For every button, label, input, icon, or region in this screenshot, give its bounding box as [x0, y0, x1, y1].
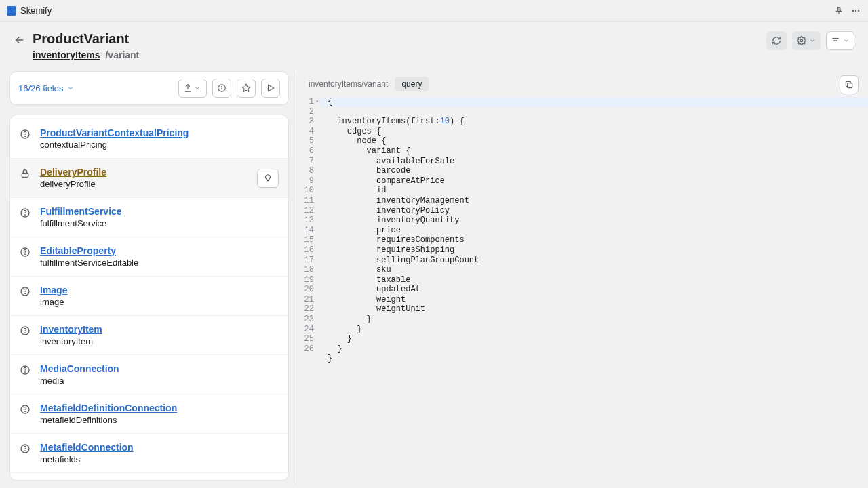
field-type-link[interactable]: MetafieldDefinitionConnection — [40, 403, 177, 413]
settings-button[interactable] — [792, 31, 821, 50]
field-row[interactable]: DeliveryProfiledeliveryProfile — [10, 158, 288, 197]
editor-path-label: inventoryItems/variant — [309, 79, 388, 89]
more-icon[interactable] — [850, 6, 861, 16]
field-type-link[interactable]: InventoryItem — [40, 324, 102, 335]
field-type-link[interactable]: MetafieldConnection — [40, 442, 134, 453]
field-row[interactable]: MetafieldConnectionmetafields — [10, 433, 288, 472]
svg-rect-14 — [22, 173, 28, 177]
field-row[interactable]: MediaConnectionmedia — [10, 354, 288, 394]
page-title: ProductVariant — [33, 31, 139, 47]
svg-point-16 — [25, 215, 26, 216]
field-name-label: fulfillmentServiceEditable — [40, 258, 138, 268]
breadcrumb: inventoryItems /variant — [33, 49, 139, 60]
svg-point-1 — [855, 9, 856, 11]
refresh-button[interactable] — [766, 31, 787, 50]
help-icon — [20, 247, 32, 258]
field-list: ProductVariantContextualPricingcontextua… — [9, 115, 289, 481]
field-name-label: metafieldDefinitions — [40, 415, 177, 425]
fields-count-toggle[interactable]: 16/26 fields — [18, 83, 75, 94]
svg-point-18 — [25, 254, 26, 255]
filter-button[interactable] — [826, 31, 854, 50]
svg-point-22 — [25, 333, 26, 333]
svg-point-24 — [25, 372, 26, 373]
breadcrumb-tail: /variant — [105, 49, 139, 60]
field-type-link[interactable]: FulfillmentService — [40, 206, 122, 217]
lock-icon — [20, 168, 32, 179]
field-row[interactable]: FulfillmentServicefulfillmentService — [10, 197, 288, 237]
help-icon — [20, 129, 32, 140]
help-icon — [20, 365, 32, 375]
info-button[interactable] — [212, 79, 231, 98]
field-row[interactable]: Imageimage — [10, 276, 288, 315]
copy-button[interactable] — [840, 75, 859, 94]
app-name: Skemify — [20, 5, 52, 16]
svg-point-20 — [25, 293, 26, 294]
run-button[interactable] — [261, 79, 280, 98]
help-icon — [20, 404, 32, 415]
svg-point-9 — [222, 86, 222, 87]
export-button[interactable] — [178, 79, 207, 98]
field-name-label: media — [40, 375, 119, 386]
editor-tab-query[interactable]: query — [395, 77, 429, 92]
hint-button[interactable] — [257, 169, 279, 188]
field-name-label: inventoryItem — [40, 336, 102, 346]
help-icon — [20, 286, 32, 297]
breadcrumb-root[interactable]: inventoryItems — [33, 49, 100, 60]
field-type-link[interactable]: ProductVariantContextualPricing — [40, 127, 189, 138]
svg-point-2 — [858, 9, 859, 11]
field-row[interactable]: EditablePropertyfulfillmentServiceEditab… — [10, 237, 288, 276]
help-icon — [20, 443, 32, 454]
field-row[interactable]: ProductVariantContextualPricingcontextua… — [10, 115, 288, 158]
field-name-label: fulfillmentService — [40, 218, 122, 228]
svg-point-0 — [852, 9, 854, 11]
svg-point-26 — [25, 411, 26, 412]
svg-marker-10 — [242, 84, 250, 92]
svg-marker-11 — [269, 85, 274, 91]
favorite-button[interactable] — [237, 79, 256, 98]
field-type-link[interactable]: EditableProperty — [40, 245, 138, 256]
field-name-label: deliveryProfile — [40, 179, 106, 189]
field-name-label: metafields — [40, 454, 134, 464]
pin-icon[interactable] — [834, 6, 844, 16]
field-type-link[interactable]: MediaConnection — [40, 363, 119, 374]
brand-logo-icon — [7, 6, 16, 16]
field-row[interactable]: ProductVariantPricePairConnectionpresent… — [10, 472, 288, 481]
app-brand: Skemify — [7, 5, 52, 16]
field-row[interactable]: InventoryIteminventoryItem — [10, 315, 288, 354]
field-name-label: image — [40, 297, 67, 307]
help-icon — [20, 325, 32, 336]
svg-point-28 — [25, 451, 26, 451]
field-type-link[interactable]: Image — [40, 285, 67, 296]
help-icon — [20, 207, 32, 218]
svg-point-3 — [800, 39, 803, 42]
svg-rect-31 — [848, 83, 852, 88]
field-type-link[interactable]: DeliveryProfile — [40, 167, 106, 178]
back-arrow-icon[interactable] — [14, 34, 26, 46]
field-name-label: contextualPricing — [40, 140, 189, 150]
svg-point-13 — [25, 136, 26, 137]
field-row[interactable]: MetafieldDefinitionConnectionmetafieldDe… — [10, 394, 288, 433]
